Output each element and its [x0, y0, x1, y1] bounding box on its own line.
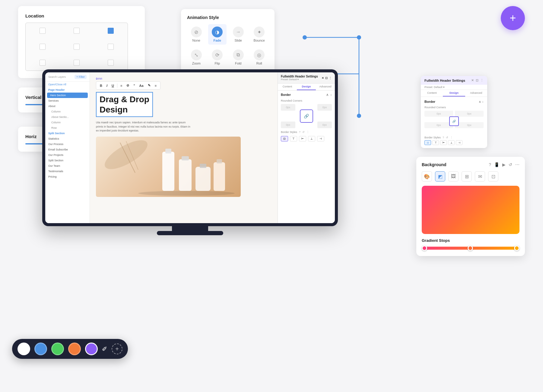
more-icon[interactable]: ⋮ — [329, 76, 332, 80]
gradient-stop-1[interactable] — [422, 245, 427, 251]
bs-left[interactable]: ⊣ — [317, 136, 324, 141]
swatch-purple[interactable] — [85, 343, 98, 355]
corner-tl[interactable]: 0px — [281, 104, 295, 111]
border-expand-icon[interactable]: ∧ — [326, 93, 329, 97]
sb-column-2[interactable]: Column — [45, 120, 90, 125]
list-button[interactable]: ≡ — [154, 83, 158, 88]
fw-border-sync[interactable]: ↕ — [482, 100, 484, 103]
loc-cell-6[interactable] — [26, 55, 60, 71]
expand-icon[interactable]: ⊡ — [325, 76, 328, 80]
sb-about-section[interactable]: About Sectio... — [45, 114, 90, 120]
gradient-stop-2[interactable] — [468, 245, 473, 251]
strike-button[interactable]: ⊘ — [125, 83, 130, 88]
sb-row[interactable]: Row — [45, 125, 90, 131]
loc-cell-0[interactable] — [26, 23, 60, 39]
align-button[interactable]: ≡ — [119, 83, 123, 88]
sb-email-subscribe[interactable]: Email Subscribe — [45, 147, 90, 152]
tab-content[interactable]: Content — [278, 84, 297, 90]
fw-tab-content[interactable]: Content — [421, 90, 443, 96]
bold-button[interactable]: B — [99, 83, 103, 88]
fw-corner-bl[interactable]: 0px — [424, 122, 453, 128]
font-button[interactable]: Aa — [138, 83, 145, 88]
bg-device-icon[interactable]: 📱 — [494, 162, 499, 167]
bg-gradient-btn[interactable]: ◩ — [435, 171, 445, 182]
bs-bottom[interactable]: ⊥ — [308, 136, 315, 141]
anim-fold[interactable]: ⧉ Fold — [229, 47, 248, 68]
bs-all[interactable]: ⊡ — [281, 136, 288, 141]
loc-cell-3[interactable] — [26, 39, 60, 55]
fw-close-icon[interactable]: ✕ — [471, 78, 474, 82]
corner-link-icon[interactable]: 🔗 — [300, 109, 313, 123]
sb-services[interactable]: Services — [45, 98, 90, 103]
color-button[interactable]: ✎ — [147, 83, 152, 88]
anim-roll[interactable]: ◎ Roll — [250, 47, 269, 68]
fw-corner-tr[interactable]: 0px — [455, 111, 484, 117]
fw-bs-more[interactable]: ⋮ — [450, 136, 453, 139]
anim-none[interactable]: ⊘ None — [187, 24, 206, 45]
fw-border-collapse[interactable]: ∧ — [479, 100, 481, 103]
sb-our-process[interactable]: Our Process — [45, 141, 90, 147]
settings-preset[interactable]: Preset: Default ▾ — [281, 78, 318, 81]
fw-more-icon[interactable]: ⋮ — [480, 78, 484, 82]
swatch-white[interactable] — [17, 343, 30, 355]
fw-tab-advanced[interactable]: Advanced — [465, 90, 487, 96]
border-styles-reset[interactable]: ↺ — [302, 131, 305, 134]
fw-preset[interactable]: Preset: Default ▾ — [421, 85, 487, 90]
bs-right[interactable]: ⊢ — [299, 136, 306, 141]
search-layers-label[interactable]: Search Layers — [48, 75, 66, 78]
sb-pricing[interactable]: Pricing — [45, 174, 90, 179]
loc-cell-1[interactable] — [60, 23, 94, 39]
anim-fade[interactable]: ◑ Fade — [208, 24, 227, 45]
swatch-orange[interactable] — [68, 343, 81, 355]
fw-corner-tl[interactable]: 0px — [424, 111, 453, 117]
sb-column-1[interactable]: Column — [45, 109, 90, 114]
bg-image-btn[interactable]: 🖼 — [448, 171, 459, 182]
corner-tr[interactable]: 0px — [317, 104, 332, 111]
tab-design[interactable]: Design — [297, 84, 316, 90]
fw-bs-bottom[interactable]: ⊥ — [448, 140, 455, 145]
fw-tab-design[interactable]: Design — [443, 90, 465, 96]
fw-bs-help[interactable]: ? — [443, 136, 444, 139]
corner-br[interactable]: 0px — [317, 122, 332, 128]
bg-pointer-icon[interactable]: ▶ — [502, 162, 506, 167]
swatch-blue[interactable] — [34, 343, 47, 355]
bg-mask-btn[interactable]: ⊡ — [488, 171, 498, 182]
bg-reset-icon[interactable]: ↺ — [509, 162, 512, 167]
fw-expand-icon[interactable]: ⊡ — [476, 78, 478, 82]
sb-split-section-2[interactable]: Split Section — [45, 158, 90, 163]
eyedropper-icon[interactable]: ✏ — [100, 344, 109, 353]
border-sync-icon[interactable]: ↕ — [330, 93, 332, 97]
italic-button[interactable]: I — [105, 83, 109, 88]
bg-more-icon[interactable]: ⋯ — [515, 162, 519, 167]
sb-hero-section[interactable]: Hero Section — [47, 93, 88, 98]
sb-our-projects[interactable]: Our Projects — [45, 152, 90, 158]
fw-bs-left[interactable]: ⊣ — [456, 140, 462, 145]
loc-cell-4[interactable] — [60, 39, 94, 55]
heading-text[interactable]: Drag & DropDesign — [96, 92, 153, 117]
fw-bs-top[interactable]: ⊤ — [432, 140, 439, 145]
border-styles-more[interactable]: ⋮ — [306, 131, 309, 134]
border-styles-help[interactable]: ? — [299, 131, 300, 134]
loc-cell-2[interactable] — [94, 23, 128, 39]
bg-color-btn[interactable]: 🎨 — [422, 171, 432, 182]
sb-testimonials[interactable]: Testimonials — [45, 169, 90, 174]
loc-cell-8[interactable] — [94, 55, 128, 71]
bg-pattern-btn[interactable]: ✉ — [475, 171, 485, 182]
swatch-green[interactable] — [51, 343, 64, 355]
anim-slide[interactable]: → Slide — [229, 24, 248, 45]
underline-button[interactable]: U — [110, 83, 115, 88]
gradient-stop-3[interactable] — [514, 245, 519, 251]
filter-button[interactable]: + Filter — [75, 75, 87, 79]
anim-bounce[interactable]: ✦ Bounce — [250, 24, 269, 45]
fw-bs-reset[interactable]: ↺ — [446, 136, 448, 139]
anim-zoom[interactable]: ⤡ Zoom — [187, 47, 206, 68]
bs-top[interactable]: ⊤ — [290, 136, 297, 141]
anim-flip[interactable]: ⟳ Flip — [208, 47, 227, 68]
sb-statistics[interactable]: Statistics — [45, 136, 90, 141]
loc-cell-7[interactable] — [60, 55, 94, 71]
bg-video-btn[interactable]: ⊞ — [462, 171, 472, 182]
fw-corner-br[interactable]: 0px — [455, 122, 484, 128]
fw-bs-right[interactable]: ⊢ — [440, 140, 447, 145]
open-close-all[interactable]: Open/Close All — [45, 82, 90, 87]
sb-about[interactable]: About — [45, 103, 90, 109]
